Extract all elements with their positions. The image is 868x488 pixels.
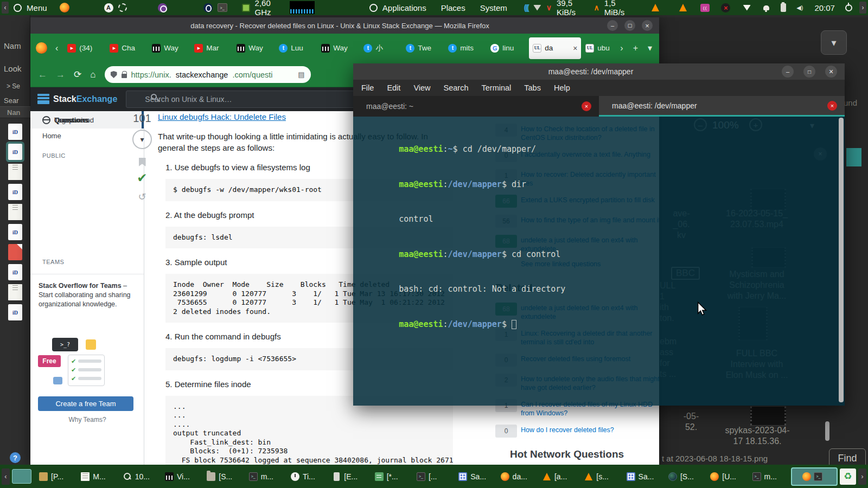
taskbar-window-button[interactable]: [S...: [203, 467, 244, 486]
places-menu[interactable]: Places: [441, 3, 465, 12]
close-button[interactable]: [825, 66, 837, 78]
stackexchange-brand[interactable]: StackExchange: [53, 94, 117, 104]
terminal-titlebar[interactable]: maa@eesti: /dev/mapper: [353, 63, 845, 80]
tab-scroll-right-icon[interactable]: ›: [616, 43, 627, 53]
create-team-button[interactable]: Create a free Team: [38, 396, 133, 411]
browser-tab[interactable]: Mar: [190, 37, 232, 59]
workspace-switcher[interactable]: [12, 469, 31, 484]
taskbar-window-button[interactable]: m...: [749, 467, 790, 486]
help-icon[interactable]: ?: [10, 452, 21, 463]
taskbar-window-button[interactable]: [P...: [36, 467, 76, 486]
chevron-down-icon[interactable]: ▾: [821, 30, 847, 55]
url-bar[interactable]: https://unix.stackexchange.com/questi ▤: [105, 66, 311, 83]
system-menu[interactable]: System: [480, 3, 507, 12]
reader-view-icon[interactable]: ▤: [298, 70, 304, 79]
browser-tab[interactable]: Luu: [275, 37, 317, 59]
stackexchange-logo-icon[interactable]: [37, 94, 49, 105]
home-button[interactable]: ⌂: [90, 69, 95, 80]
browser-tab[interactable]: ubu: [582, 37, 615, 59]
terminal-tab[interactable]: maa@eesti: /dev/mapper ×: [599, 96, 845, 117]
search-tool-icon[interactable]: A: [104, 3, 113, 12]
reload-button[interactable]: ⟳: [74, 69, 81, 80]
menu-item[interactable]: Help: [554, 84, 570, 92]
taskbar-window-button[interactable]: [s...: [581, 467, 622, 486]
settings-gears-icon[interactable]: [118, 3, 127, 12]
answer-link[interactable]: Linux debugfs Hack: Undelete Files: [158, 112, 286, 121]
digidoc-file-icon[interactable]: [8, 304, 22, 320]
wifi-tray-icon[interactable]: [743, 5, 751, 11]
shield-icon[interactable]: [111, 71, 117, 78]
taskbar-window-button[interactable]: Ti...: [288, 467, 328, 486]
taskbar-window-button[interactable]: [a...: [539, 467, 580, 486]
menu-button[interactable]: Menu: [27, 3, 47, 12]
menu-item[interactable]: Terminal: [482, 84, 512, 92]
digidoc-file-icon-selected[interactable]: [8, 144, 22, 160]
wifi-icon[interactable]: [533, 5, 541, 11]
taskbar-window-button[interactable]: da...: [497, 467, 538, 486]
firefox-launcher-icon[interactable]: [60, 3, 69, 12]
terminal-launcher-icon[interactable]: [218, 3, 227, 12]
tab-scroll-left-icon[interactable]: ‹: [51, 43, 62, 53]
clock[interactable]: 20:07: [814, 3, 835, 12]
tab-list-dropdown-icon[interactable]: ▾: [643, 43, 656, 53]
new-tab-button[interactable]: +: [629, 43, 642, 53]
vlc-tray-icon[interactable]: [679, 4, 687, 11]
browser-tab[interactable]: Way: [148, 37, 190, 59]
taskbar-window-button[interactable]: [791, 467, 838, 486]
history-icon[interactable]: ↺: [127, 191, 157, 203]
notifications-bell-icon[interactable]: [763, 5, 769, 10]
maximize-button[interactable]: [624, 20, 635, 31]
sidebar-item-home[interactable]: Home: [42, 132, 61, 140]
battery-icon[interactable]: [781, 3, 786, 12]
text-file-icon[interactable]: [8, 164, 22, 180]
text-file-icon[interactable]: [8, 204, 22, 220]
pdf-file-icon[interactable]: [8, 244, 22, 260]
taskbar-window-button[interactable]: M...: [78, 467, 118, 486]
app-o-icon[interactable]: [203, 3, 213, 12]
browser-tab[interactable]: 小: [360, 37, 401, 59]
browser-tab[interactable]: Way: [317, 37, 359, 59]
trash-icon[interactable]: ♻: [840, 468, 856, 485]
taskbar-window-button[interactable]: [E...: [329, 467, 370, 486]
taskbar-window-button[interactable]: [S...: [665, 467, 706, 486]
tab-close-icon[interactable]: ×: [582, 101, 591, 111]
browser-tab[interactable]: Twe: [402, 37, 444, 59]
browser-tab[interactable]: linu: [487, 37, 528, 59]
browser-tab[interactable]: Cha: [106, 37, 148, 59]
taskbar-window-button[interactable]: [*...: [372, 467, 412, 486]
menu-item[interactable]: Edit: [387, 84, 400, 92]
power-icon[interactable]: [845, 4, 852, 11]
menu-item[interactable]: View: [413, 84, 430, 92]
media-player-tray-icon[interactable]: [700, 4, 710, 12]
scrollbar[interactable]: [839, 118, 844, 402]
terminal-output[interactable]: maa@eesti:~$ cd /dev/mapper/ maa@eesti:/…: [353, 117, 845, 406]
volume-icon[interactable]: ◀): [796, 4, 803, 11]
taskbar-window-button[interactable]: Sa...: [623, 467, 664, 486]
taskbar-window-button[interactable]: Vi...: [162, 467, 202, 486]
digidoc-file-icon[interactable]: [8, 184, 22, 200]
panel-collapse-right-icon[interactable]: ›: [859, 2, 866, 14]
lock-icon[interactable]: [122, 74, 127, 78]
bookmark-icon[interactable]: [139, 158, 146, 166]
applications-menu[interactable]: Applications: [382, 3, 426, 12]
digidoc-file-icon[interactable]: [8, 124, 22, 140]
digidoc-file-icon[interactable]: [8, 264, 22, 280]
taskbar-window-button[interactable]: [U...: [707, 467, 748, 486]
taskbar-window-button[interactable]: 10...: [120, 467, 161, 486]
digidoc-file-icon[interactable]: [8, 224, 22, 240]
browser-tab[interactable]: da ×: [529, 37, 581, 59]
question-link[interactable]: How do I recover deleted files?: [521, 425, 614, 434]
taskbar-window-button[interactable]: Sa...: [455, 467, 496, 486]
why-teams-link[interactable]: Why Teams?: [30, 416, 144, 423]
close-button[interactable]: [642, 20, 653, 31]
minimize-button[interactable]: [782, 66, 794, 78]
terminal-tab[interactable]: maa@eesti: ~ ×: [353, 96, 599, 117]
menu-item[interactable]: Search: [444, 84, 469, 92]
downvote-button[interactable]: [132, 130, 152, 149]
text-file-icon[interactable]: [8, 284, 22, 300]
titlebar[interactable]: data recovery - Recover deleted files on…: [30, 17, 659, 34]
tab-close-icon[interactable]: ×: [573, 44, 577, 53]
network-signal-icon[interactable]: (((: [524, 3, 528, 12]
tab-close-icon[interactable]: ×: [827, 101, 837, 111]
panel-back-icon[interactable]: ‹: [2, 468, 10, 485]
